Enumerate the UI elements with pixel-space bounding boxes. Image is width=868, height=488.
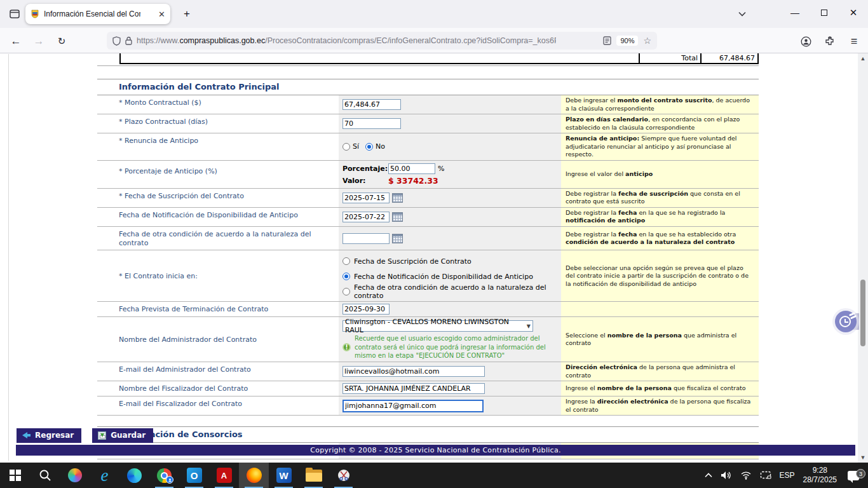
tab-list-chevron-icon[interactable] bbox=[735, 6, 750, 22]
help-email-administrador: Dirección electrónica de la persona que … bbox=[561, 362, 759, 381]
field-label: * Porcentaje de Anticipo (%) bbox=[97, 161, 339, 188]
start-button[interactable] bbox=[0, 463, 30, 488]
field-label: * Renuncia de Anticipo bbox=[97, 133, 339, 160]
extensions-puzzle-icon[interactable] bbox=[821, 33, 839, 50]
account-icon[interactable] bbox=[797, 33, 815, 50]
clock-time: 9:28 bbox=[803, 466, 837, 475]
regresar-button[interactable]: Regresar bbox=[17, 428, 81, 443]
field-label: * Monto Contractual ($) bbox=[97, 95, 339, 114]
calendar-icon[interactable] bbox=[392, 212, 403, 222]
radio-renuncia-no[interactable] bbox=[365, 143, 373, 151]
wifi-icon[interactable] bbox=[740, 471, 752, 480]
copilot-icon[interactable] bbox=[60, 463, 90, 488]
firefox-view-icon[interactable] bbox=[8, 7, 22, 21]
row-administrador: Nombre del Administrador del Contrato Cl… bbox=[97, 317, 759, 362]
file-explorer-icon[interactable] bbox=[299, 463, 329, 488]
outlook-icon[interactable]: O bbox=[179, 463, 209, 488]
snipping-tool-icon[interactable] bbox=[329, 463, 358, 488]
lock-icon bbox=[125, 36, 132, 45]
row-fiscalizador: Nombre del Fiscalizador del Contrato Ing… bbox=[97, 381, 759, 396]
fecha-notificacion-input[interactable] bbox=[342, 212, 390, 222]
field-label: E-mail del Administrador del Contrato bbox=[97, 362, 339, 381]
fecha-suscripcion-input[interactable] bbox=[342, 193, 390, 203]
field-label: E-mail del Fiscalizador del Contrato bbox=[97, 396, 339, 415]
zoom-level-indicator[interactable]: 90% bbox=[616, 36, 638, 46]
timer-overlay-badge[interactable] bbox=[832, 308, 859, 335]
reader-mode-icon[interactable] bbox=[603, 36, 611, 45]
email-administrador-input[interactable] bbox=[342, 366, 485, 377]
calendar-icon[interactable] bbox=[392, 234, 403, 243]
porcentaje-input[interactable] bbox=[388, 163, 435, 174]
administrador-note: Recuerde que el usuario escogido como ad… bbox=[355, 334, 557, 360]
help-fecha-notificacion: Debe registrar la fecha en la que se ha … bbox=[561, 208, 759, 226]
plazo-input[interactable] bbox=[342, 118, 401, 129]
clock[interactable]: 9:28 28/7/2025 bbox=[803, 466, 837, 485]
back-arrow-icon bbox=[22, 432, 31, 438]
browser-tab[interactable]: Información Esencial del Contra ✕ bbox=[25, 4, 170, 24]
internet-explorer-icon[interactable]: e bbox=[90, 463, 119, 488]
fecha-otra-input[interactable] bbox=[342, 233, 390, 244]
email-fiscalizador-input[interactable] bbox=[342, 400, 484, 412]
language-indicator[interactable]: ESP bbox=[780, 471, 795, 480]
field-label: * El Contrato inicia en: bbox=[97, 250, 339, 301]
guardar-button[interactable]: Guardar bbox=[92, 428, 153, 443]
field-label: Nombre del Administrador del Contrato bbox=[97, 317, 339, 362]
field-label: Fecha de otra condición de acuerdo a la … bbox=[97, 227, 339, 250]
window-minimize-button[interactable]: — bbox=[780, 0, 810, 25]
row-fecha-otra: Fecha de otra condición de acuerdo a la … bbox=[97, 227, 759, 251]
scroll-up-icon[interactable]: ▲ bbox=[858, 53, 868, 64]
row-fecha-notificacion: Fecha de Notificación de Disponibilidad … bbox=[97, 208, 759, 227]
tray-chevron-icon[interactable] bbox=[705, 473, 712, 478]
administrador-select[interactable]: Cliwinsgton - CEVALLOS MORENO LIWINSGTON… bbox=[342, 320, 533, 332]
edge-icon[interactable] bbox=[119, 463, 149, 488]
totals-table-row: Total 67,484.67 bbox=[119, 53, 759, 64]
firefox-icon[interactable] bbox=[239, 463, 269, 488]
radio-label: Sí bbox=[353, 142, 359, 151]
window-maximize-button[interactable] bbox=[810, 0, 839, 25]
search-button[interactable] bbox=[30, 463, 60, 488]
porcentaje-sublabel: Porcentaje: bbox=[342, 165, 386, 173]
row-monto: * Monto Contractual ($) Debe ingresar el… bbox=[97, 95, 759, 114]
winged-clock-icon bbox=[835, 311, 857, 332]
window-close-button[interactable]: ✕ bbox=[839, 0, 868, 25]
page-left-border bbox=[8, 54, 9, 461]
help-fiscalizador: Ingrese el nombre de la persona que fisc… bbox=[561, 381, 759, 396]
radio-renuncia-si[interactable] bbox=[342, 143, 350, 151]
help-renuncia: Renuncia de anticipo: Siempre que fuere … bbox=[561, 133, 759, 160]
menu-hamburger-icon[interactable]: ≡ bbox=[845, 33, 863, 50]
word-icon[interactable]: W bbox=[269, 463, 299, 488]
field-label: Nombre del Fiscalizador del Contrato bbox=[97, 381, 339, 396]
acrobat-icon[interactable]: A bbox=[209, 463, 239, 488]
forward-icon[interactable]: → bbox=[31, 33, 47, 50]
bookmark-star-icon[interactable]: ☆ bbox=[643, 36, 651, 46]
new-tab-button[interactable]: + bbox=[179, 6, 194, 22]
vertical-scrollbar[interactable]: ▲ ▼ bbox=[858, 53, 868, 463]
scrollbar-thumb[interactable] bbox=[860, 280, 865, 346]
monto-input[interactable] bbox=[342, 99, 401, 110]
row-email-administrador: E-mail del Administrador del Contrato Di… bbox=[97, 362, 759, 381]
chrome-icon[interactable] bbox=[149, 463, 179, 488]
row-fecha-suscripcion: * Fecha de Suscripción del Contrato Debe… bbox=[97, 189, 759, 208]
back-icon[interactable]: ← bbox=[8, 33, 24, 50]
fecha-terminacion-input[interactable] bbox=[342, 304, 390, 315]
calendar-icon[interactable] bbox=[392, 193, 403, 203]
display-icon[interactable] bbox=[760, 471, 771, 480]
url-text: https://www.compraspublicas.gob.ec/Proce… bbox=[137, 36, 556, 45]
radio-inicia-notificacion[interactable] bbox=[342, 273, 350, 280]
scroll-down-icon[interactable]: ▼ bbox=[858, 452, 868, 463]
radio-inicia-otra[interactable] bbox=[342, 288, 350, 295]
reload-icon[interactable]: ↻ bbox=[53, 33, 70, 50]
url-bar[interactable]: https://www.compraspublicas.gob.ec/Proce… bbox=[107, 32, 657, 50]
help-porcentaje: Ingrese el valor del anticipo bbox=[561, 161, 759, 188]
radio-inicia-suscripcion[interactable] bbox=[342, 257, 350, 265]
favicon-ecuador-shield bbox=[31, 10, 39, 18]
row-email-fiscalizador: E-mail del Fiscalizador del Contrato Ing… bbox=[97, 396, 759, 416]
speaker-icon[interactable] bbox=[721, 471, 732, 480]
radio-label: Fecha de otra condición de acuerdo a la … bbox=[354, 283, 557, 300]
section-title-contrato-principal: Información del Contrato Principal bbox=[97, 79, 759, 95]
notifications-icon[interactable]: 3 bbox=[845, 468, 862, 483]
tab-close-icon[interactable]: ✕ bbox=[158, 10, 165, 19]
fiscalizador-input[interactable] bbox=[342, 383, 485, 394]
tab-strip: Información Esencial del Contra ✕ + — ✕ bbox=[0, 0, 868, 28]
row-contrato-inicia: * El Contrato inicia en: Fecha de Suscri… bbox=[97, 250, 759, 302]
